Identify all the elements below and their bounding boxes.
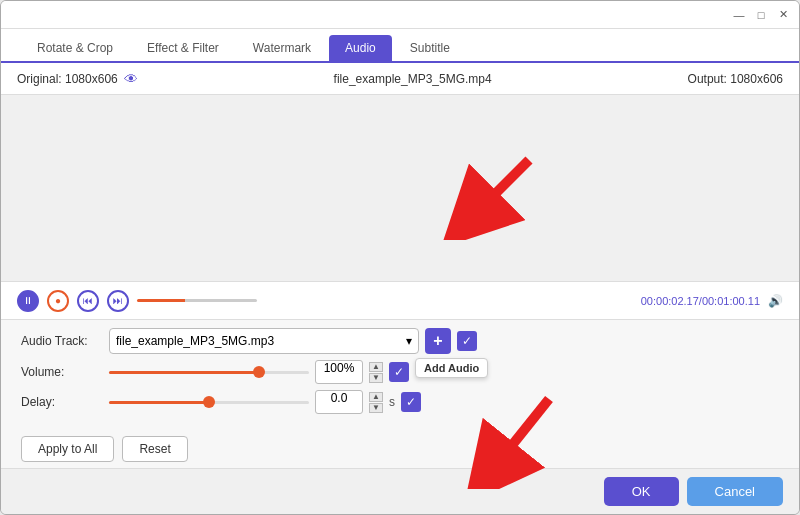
output-label: Output: 1080x606 <box>688 72 783 86</box>
audio-track-check[interactable]: ✓ <box>457 331 477 351</box>
original-label: Original: 1080x606 <box>17 72 118 86</box>
prev-button[interactable]: ⏮ <box>77 290 99 312</box>
pause-button[interactable]: ⏸ <box>17 290 39 312</box>
volume-slider[interactable] <box>109 371 309 374</box>
tabs-bar: Rotate & Crop Effect & Filter Watermark … <box>1 29 799 63</box>
preview-area <box>1 95 799 281</box>
audio-track-row: Audio Track: file_example_MP3_5MG.mp3 ▾ … <box>21 328 779 354</box>
volume-check[interactable]: ✓ <box>389 362 409 382</box>
audio-track-value: file_example_MP3_5MG.mp3 <box>116 334 274 348</box>
footer-bar: OK Cancel <box>1 468 799 514</box>
info-bar: Original: 1080x606 👁 file_example_MP3_5M… <box>1 63 799 95</box>
delay-value[interactable]: 0.0 <box>315 390 363 414</box>
apply-to-all-button[interactable]: Apply to All <box>21 436 114 462</box>
volume-value[interactable]: 100% <box>315 360 363 384</box>
volume-down-button[interactable]: ▼ <box>369 373 383 383</box>
title-bar: ― □ ✕ <box>1 1 799 29</box>
audio-track-label: Audio Track: <box>21 334 101 348</box>
playback-controls: ⏸ ● ⏮ ⏭ 00:00:02.17/00:01:00.11 🔊 <box>1 281 799 319</box>
volume-icon[interactable]: 🔊 <box>768 294 783 308</box>
delay-thumb[interactable] <box>203 396 215 408</box>
reset-button[interactable]: Reset <box>122 436 187 462</box>
ok-button[interactable]: OK <box>604 477 679 506</box>
tab-effect-filter[interactable]: Effect & Filter <box>131 35 235 61</box>
delay-row: Delay: 0.0 ▲ ▼ s ✓ <box>21 390 779 414</box>
stop-button[interactable]: ● <box>47 290 69 312</box>
delay-down-button[interactable]: ▼ <box>369 403 383 413</box>
main-window: ― □ ✕ Rotate & Crop Effect & Filter Wate… <box>0 0 800 515</box>
tab-rotate-crop[interactable]: Rotate & Crop <box>21 35 129 61</box>
volume-up-button[interactable]: ▲ <box>369 362 383 372</box>
next-button[interactable]: ⏭ <box>107 290 129 312</box>
window-controls: ― □ ✕ <box>731 7 791 23</box>
settings-area: Audio Track: file_example_MP3_5MG.mp3 ▾ … <box>1 319 799 430</box>
delay-control: 0.0 ▲ ▼ s ✓ <box>109 390 779 414</box>
audio-track-select[interactable]: file_example_MP3_5MG.mp3 ▾ <box>109 328 419 354</box>
delay-unit: s <box>389 395 395 409</box>
maximize-button[interactable]: □ <box>753 7 769 23</box>
eye-icon[interactable]: 👁 <box>124 71 138 87</box>
tab-subtitle[interactable]: Subtitle <box>394 35 466 61</box>
delay-up-button[interactable]: ▲ <box>369 392 383 402</box>
cancel-button[interactable]: Cancel <box>687 477 783 506</box>
audio-track-control: file_example_MP3_5MG.mp3 ▾ + Add Audio ✓ <box>109 328 779 354</box>
volume-label: Volume: <box>21 365 101 379</box>
bottom-actions: Apply to All Reset <box>1 430 799 468</box>
volume-fill <box>109 371 259 374</box>
delay-fill <box>109 401 209 404</box>
arrow-add-audio <box>439 150 559 240</box>
original-info: Original: 1080x606 👁 <box>17 71 138 87</box>
delay-label: Delay: <box>21 395 101 409</box>
add-audio-button[interactable]: + Add Audio <box>425 328 451 354</box>
tab-audio[interactable]: Audio <box>329 35 392 61</box>
dropdown-arrow-icon: ▾ <box>406 334 412 348</box>
close-button[interactable]: ✕ <box>775 7 791 23</box>
filename-label: file_example_MP3_5MG.mp4 <box>138 72 688 86</box>
volume-spinbox: ▲ ▼ <box>369 362 383 383</box>
minimize-button[interactable]: ― <box>731 7 747 23</box>
volume-row: Volume: 100% ▲ ▼ ✓ <box>21 360 779 384</box>
delay-spinbox: ▲ ▼ <box>369 392 383 413</box>
time-display: 00:00:02.17/00:01:00.11 <box>641 295 760 307</box>
seek-slider[interactable] <box>137 299 257 302</box>
delay-check[interactable]: ✓ <box>401 392 421 412</box>
add-audio-tooltip: Add Audio <box>415 358 488 378</box>
volume-thumb[interactable] <box>253 366 265 378</box>
delay-slider[interactable] <box>109 401 309 404</box>
tab-watermark[interactable]: Watermark <box>237 35 327 61</box>
